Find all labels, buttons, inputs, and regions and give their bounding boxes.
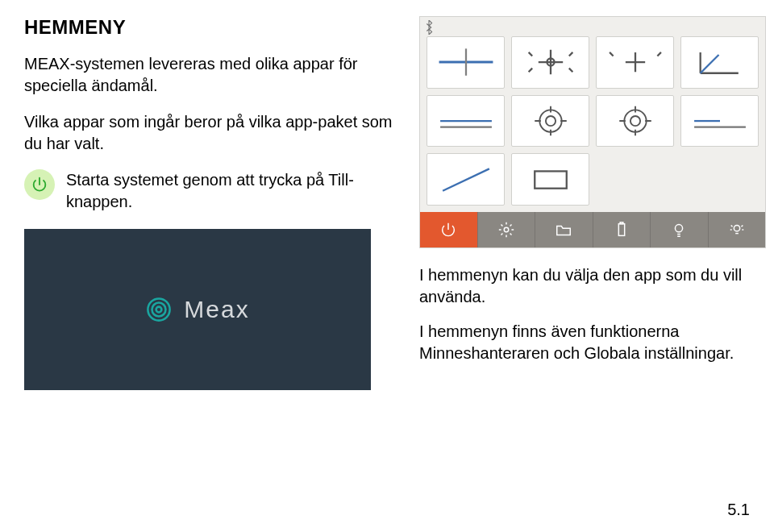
- app-rect[interactable]: [511, 153, 589, 206]
- svg-point-19: [676, 225, 683, 232]
- toolbar-bulb-settings[interactable]: [709, 212, 766, 247]
- app-level-line[interactable]: [427, 95, 505, 148]
- svg-point-10: [624, 110, 646, 131]
- right-paragraph-2: I hemmenyn finns även funktionerna Minne…: [419, 321, 766, 364]
- svg-point-2: [156, 307, 162, 313]
- right-column: I hemmenyn kan du välja den app som du v…: [419, 16, 766, 390]
- svg-point-16: [504, 227, 509, 232]
- svg-rect-15: [535, 171, 567, 188]
- app-cross-pump[interactable]: [511, 36, 589, 89]
- power-instruction-row: Starta systemet genom att trycka på Till…: [24, 169, 395, 213]
- meax-splash-text: Meax: [184, 296, 249, 323]
- power-instruction-text: Starta systemet genom att trycka på Till…: [66, 169, 395, 213]
- intro-paragraph-1: MEAX-systemen levereras med olika appar …: [24, 53, 395, 97]
- device-screenshot: [419, 16, 766, 248]
- svg-point-9: [545, 116, 555, 126]
- app-target-1[interactable]: [511, 95, 589, 148]
- svg-point-1: [152, 303, 166, 317]
- app-angle[interactable]: [680, 36, 759, 89]
- page-number: 5.1: [727, 501, 750, 519]
- left-column: HEMMENY MEAX-systemen levereras med olik…: [24, 16, 395, 390]
- bottom-toolbar: [420, 212, 765, 247]
- svg-point-11: [630, 116, 639, 126]
- right-notes: I hemmenyn kan du välja den app som du v…: [419, 264, 766, 364]
- toolbar-folder[interactable]: [535, 212, 593, 247]
- app-align-shaft[interactable]: [427, 36, 505, 89]
- toolbar-bulb[interactable]: [651, 212, 709, 247]
- svg-point-8: [539, 110, 561, 131]
- app-grid: [420, 17, 765, 212]
- right-paragraph-1: I hemmenyn kan du välja den app som du v…: [419, 264, 766, 308]
- app-strike[interactable]: [427, 153, 505, 206]
- two-column-layout: HEMMENY MEAX-systemen levereras med olik…: [24, 16, 750, 390]
- toolbar-power[interactable]: [420, 212, 478, 247]
- meax-logo-icon: [145, 296, 173, 323]
- toolbar-battery[interactable]: [593, 212, 651, 247]
- app-level-short[interactable]: [680, 95, 759, 148]
- meax-splash: Meax: [24, 229, 371, 390]
- svg-rect-18: [620, 222, 623, 224]
- app-offset-plus[interactable]: [596, 36, 674, 89]
- svg-line-14: [443, 168, 489, 190]
- app-target-2[interactable]: [596, 95, 674, 148]
- page: HEMMENY MEAX-systemen levereras med olik…: [0, 0, 774, 532]
- toolbar-settings[interactable]: [478, 212, 536, 247]
- svg-point-20: [734, 225, 739, 231]
- power-icon: [24, 169, 55, 200]
- svg-rect-17: [618, 224, 624, 236]
- bluetooth-icon: [423, 20, 435, 38]
- intro-paragraph-2: Vilka appar som ingår beror på vilka app…: [24, 111, 395, 155]
- page-title: HEMMENY: [24, 16, 395, 39]
